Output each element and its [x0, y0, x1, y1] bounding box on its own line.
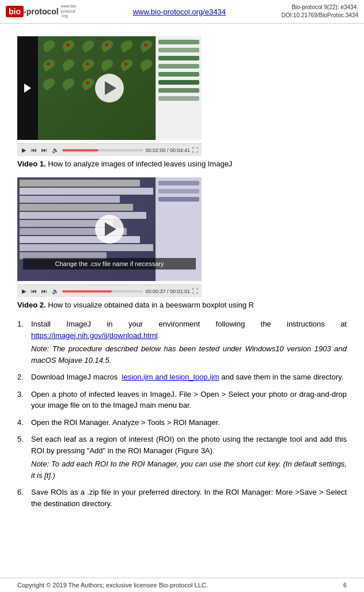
v2-row: [20, 188, 153, 195]
leaf: [138, 58, 154, 72]
list-item: 2. Download ImageJ macros lesion.ijm and…: [17, 371, 347, 383]
instructions-list: 1. Install ImageJ in your environment fo…: [17, 318, 347, 509]
sidebar-bar: [158, 197, 199, 202]
leaf: [80, 77, 96, 91]
leaf: [41, 39, 56, 53]
sidebar-bar: [158, 181, 199, 185]
step-number: 3.: [17, 389, 26, 411]
leaf: [119, 39, 134, 53]
leaf: [100, 39, 115, 53]
leaf: [60, 58, 76, 72]
logo-protocol: protocol: [26, 7, 59, 16]
list-item: 4. Open the ROI Manager. Analyze > Tools…: [17, 417, 347, 428]
play-arrow-icon: [24, 84, 31, 93]
play-icon: [105, 81, 116, 95]
leaf: [80, 58, 96, 72]
leaf: [80, 39, 96, 53]
video2-prev-ctrl[interactable]: ⏮: [30, 288, 38, 294]
leaf: [100, 58, 115, 72]
video2-text-overlay: Change the .csv file name if necessary: [23, 258, 196, 270]
video1-next-ctrl[interactable]: ⏭: [40, 147, 48, 153]
list-item: 5. Set each leaf as a region of interest…: [17, 434, 347, 481]
video2-controls[interactable]: ▶ ⏮ ⏭ 🔈 00:00:37 / 00:01:01 ⛶: [17, 284, 202, 297]
video1-volume-ctrl[interactable]: 🔈: [51, 147, 60, 153]
sidebar-bar: [158, 48, 199, 52]
video1-player[interactable]: [17, 36, 202, 140]
step-number: 4.: [17, 417, 26, 428]
step-content: Install ImageJ in your environment follo…: [31, 318, 347, 366]
step2-link[interactable]: lesion.ijm and lesion_loop.ijm: [122, 373, 219, 381]
leaf: [41, 58, 56, 72]
video1-play-button[interactable]: [95, 74, 124, 103]
video1-wrapper: ▶ ⏮ ⏭ 🔈 00:02:00 / 00:04:41 ⛶ Video 1. H…: [17, 36, 347, 168]
step-number: 5.: [17, 434, 26, 481]
video2-fullscreen-icon[interactable]: ⛶: [192, 288, 198, 294]
step-content: Download ImageJ macros lesion.ijm and le…: [31, 371, 347, 383]
leaf: [60, 39, 76, 53]
page-footer: Copyright © 2019 The Authors; exclusive …: [0, 578, 364, 592]
video1-sidebar-panel: [156, 36, 202, 140]
list-item: 1. Install ImageJ in your environment fo…: [17, 318, 347, 366]
video1-time: 00:02:00 / 00:04:41: [145, 147, 190, 153]
step5-note: Note: To add each ROI to the ROI Manager…: [31, 458, 347, 481]
leaf: [119, 58, 134, 72]
video1-progress-fill: [62, 149, 98, 151]
leaf: [138, 39, 154, 53]
play-icon: [105, 222, 116, 236]
video2-caption-bold: Video 2.: [17, 301, 46, 309]
video2-player[interactable]: Change the .csv file name if necessary: [17, 177, 202, 281]
v2-row: [20, 196, 120, 203]
v2-row: [20, 180, 140, 187]
video1-play-ctrl[interactable]: ▶: [21, 147, 28, 153]
copyright-text: Copyright © 2019 The Authors; exclusive …: [17, 582, 208, 589]
list-item: 3. Open a photo of infected leaves in Im…: [17, 389, 347, 411]
logo: bio - protocol www.bio- protocol .org: [6, 4, 77, 18]
step-content: Save ROIs as a .zip file in your preferr…: [31, 487, 347, 509]
video2-play-ctrl[interactable]: ▶: [21, 288, 28, 294]
leaf: [60, 77, 76, 91]
v2-row: [20, 236, 140, 243]
step1-note: Note: The procedure described below has …: [31, 343, 347, 366]
step-content: Set each leaf as a region of interest (R…: [31, 434, 347, 481]
video2-caption-text: How to visualize obtained data in a bees…: [46, 301, 254, 309]
v2-row: [20, 212, 146, 219]
main-content: ▶ ⏮ ⏭ 🔈 00:02:00 / 00:04:41 ⛶ Video 1. H…: [0, 24, 364, 538]
video1-caption-bold: Video 1.: [17, 160, 46, 168]
sidebar-bar: [158, 80, 199, 85]
header-doi: Bio-protocol 9(22): e3434. DOI:10.21769/…: [282, 3, 358, 20]
step-content: Open a photo of infected leaves in Image…: [31, 389, 347, 411]
logo-bio: bio: [6, 6, 24, 17]
header-url-link[interactable]: www.bio-protocol.org/e3434: [83, 7, 275, 16]
video2-play-button[interactable]: [95, 215, 124, 244]
v2-row: [20, 204, 133, 211]
video2-progress-fill: [62, 290, 112, 293]
video2-wrapper: Change the .csv file name if necessary ▶…: [17, 177, 347, 309]
video2-next-ctrl[interactable]: ⏭: [40, 288, 48, 294]
sidebar-bar: [158, 96, 199, 101]
video1-sidebar-play: [17, 36, 38, 140]
video2-volume-ctrl[interactable]: 🔈: [51, 288, 60, 294]
step-number: 1.: [17, 318, 26, 366]
sidebar-bar: [158, 64, 199, 69]
page-header: bio - protocol www.bio- protocol .org ww…: [0, 0, 364, 24]
sidebar-bar: [158, 56, 199, 60]
video2-caption: Video 2. How to visualize obtained data …: [17, 301, 347, 309]
video2-progress-bar[interactable]: [62, 290, 143, 293]
step-number: 6.: [17, 487, 26, 509]
v2-row: [20, 244, 153, 251]
leaf: [41, 77, 56, 91]
video1-controls[interactable]: ▶ ⏮ ⏭ 🔈 00:02:00 / 00:04:41 ⛶: [17, 143, 202, 156]
step-content: Open the ROI Manager. Analyze > Tools > …: [31, 417, 347, 428]
sidebar-bar: [158, 40, 199, 44]
video1-caption-text: How to analyze images of infected leaves…: [46, 160, 233, 168]
step-number: 2.: [17, 371, 26, 383]
video2-time: 00:00:37 / 00:01:01: [145, 289, 190, 294]
sidebar-bar: [158, 189, 199, 193]
video1-prev-ctrl[interactable]: ⏮: [30, 147, 38, 153]
step1-link[interactable]: https://imagej.nih.gov/ij/download.html: [31, 331, 158, 340]
video1-fullscreen-icon[interactable]: ⛶: [192, 147, 198, 153]
sidebar-bar: [158, 88, 199, 93]
page-number: 6: [343, 582, 347, 589]
video1-progress-bar[interactable]: [62, 149, 143, 151]
sidebar-bar: [158, 72, 199, 77]
